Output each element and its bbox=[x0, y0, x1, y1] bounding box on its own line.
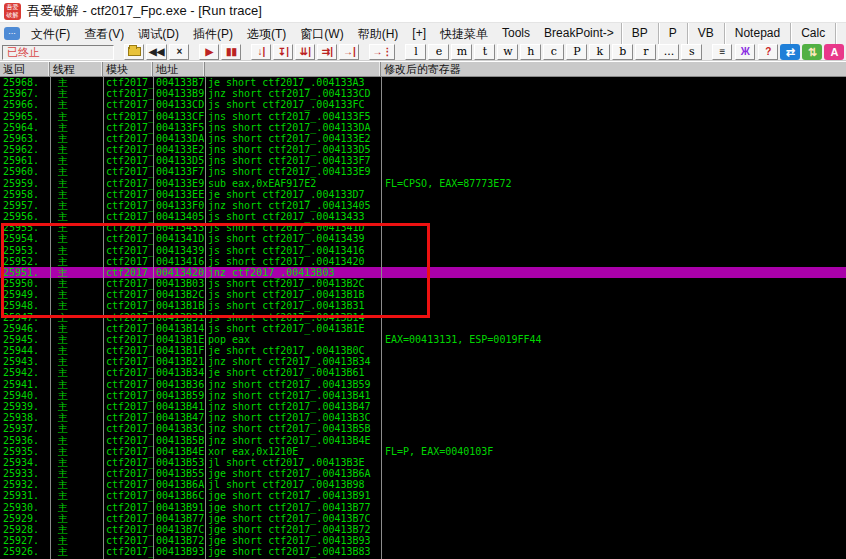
menu-item-3[interactable]: 调试(D) bbox=[131, 23, 186, 44]
trace-row[interactable]: 25961. 主 ctf2017_ 004133D5 jns short ctf… bbox=[0, 155, 846, 166]
log-icon[interactable]: ≡ bbox=[712, 44, 732, 60]
column-header-6[interactable]: 修改后的寄存器 bbox=[381, 62, 796, 76]
trace-row[interactable]: 25930. 主 ctf2017_ 00413B91 jge short ctf… bbox=[0, 502, 846, 513]
column-header-4[interactable]: 地址 bbox=[153, 62, 205, 76]
trace-row[interactable]: 25944. 主 ctf2017_ 00413B1F je short ctf2… bbox=[0, 345, 846, 356]
trace-row[interactable]: 25936. 主 ctf2017_ 00413B5B jnz short ctf… bbox=[0, 435, 846, 446]
animate-into-icon[interactable]: ⇊| bbox=[295, 44, 315, 60]
toolbar-letter-e[interactable]: e bbox=[428, 44, 449, 60]
rewind-icon[interactable]: ◀◀ bbox=[146, 44, 167, 60]
help-icon[interactable]: ? bbox=[758, 44, 778, 60]
column-header-2[interactable]: 线程 bbox=[50, 62, 103, 76]
plugin-icon[interactable]: Ж bbox=[735, 44, 755, 60]
column-header-3[interactable]: 模块 bbox=[103, 62, 153, 76]
toolbar-letter-w[interactable]: w bbox=[497, 44, 518, 60]
trace-row[interactable]: 25963. 主 ctf2017_ 004133DA jns short ctf… bbox=[0, 133, 846, 144]
swap-icon[interactable]: ⇄ bbox=[780, 44, 800, 60]
toolbar-letter-P[interactable]: P bbox=[566, 44, 587, 60]
mdi-child-icon[interactable]: ... bbox=[4, 27, 20, 40]
trace-row[interactable]: 25942. 主 ctf2017_ 00413B34 je short ctf2… bbox=[0, 367, 846, 378]
trace-row[interactable]: 25958. 主 ctf2017_ 004133EE je short ctf2… bbox=[0, 189, 846, 200]
run-icon[interactable]: ▶ bbox=[199, 44, 219, 60]
menu-button-vb[interactable]: VB bbox=[687, 23, 724, 44]
menu-item-7[interactable]: 帮助(H) bbox=[351, 23, 406, 44]
toolbar-letter-r[interactable]: r bbox=[635, 44, 656, 60]
trace-row[interactable]: 25933. 主 ctf2017_ 00413B55 jge short ctf… bbox=[0, 468, 846, 479]
toolbar-letter-h[interactable]: h bbox=[520, 44, 541, 60]
trace-row[interactable]: 25968. 主 ctf2017_ 004133B7 je short ctf2… bbox=[0, 77, 846, 88]
trace-row[interactable]: 25962. 主 ctf2017_ 004133E2 jns short ctf… bbox=[0, 144, 846, 155]
trace-row[interactable]: 25956. 主 ctf2017_ 00413405 js short ctf2… bbox=[0, 211, 846, 222]
trace-row-instruction: jnz short ctf2017_.00413B34 bbox=[208, 356, 371, 367]
toolbar-letter-l[interactable]: l bbox=[405, 44, 426, 60]
trace-row[interactable]: 25939. 主 ctf2017_ 00413B41 jnz short ctf… bbox=[0, 401, 846, 412]
menu-item-9[interactable]: 快捷菜单 bbox=[433, 23, 495, 44]
menu-button-notepad[interactable]: Notepad bbox=[724, 23, 790, 44]
trace-row-number: 25964. bbox=[3, 122, 39, 133]
toolbar-letter-dots[interactable]: ... bbox=[658, 44, 679, 60]
menu-button-bp[interactable]: BP bbox=[621, 23, 658, 44]
trace-row[interactable]: 25959. 主 ctf2017_ 004133E9 sub eax,0xEAF… bbox=[0, 178, 846, 189]
assembler-icon[interactable]: A bbox=[824, 44, 844, 60]
menu-button-p[interactable]: P bbox=[658, 23, 687, 44]
close-trace-icon-glyph: × bbox=[176, 46, 182, 57]
trace-row-number: 25945. bbox=[3, 334, 39, 345]
menu-item-8[interactable]: [+] bbox=[405, 23, 433, 44]
toolbar-letter-s[interactable]: s bbox=[681, 44, 702, 60]
trace-row[interactable]: 25929. 主 ctf2017_ 00413B77 jge short ctf… bbox=[0, 513, 846, 524]
menu-item-6[interactable]: 窗口(W) bbox=[293, 23, 350, 44]
trace-row[interactable]: 25966. 主 ctf2017_ 004133CD js short ctf2… bbox=[0, 99, 846, 110]
toolbar-letter-c[interactable]: c bbox=[543, 44, 564, 60]
animate-over-icon[interactable]: ⇉| bbox=[317, 44, 337, 60]
trace-row[interactable]: 25967. 主 ctf2017_ 004133B9 jnz short ctf… bbox=[0, 88, 846, 99]
trace-row[interactable]: 25945. 主 ctf2017_ 00413B1E pop eax EAX=0… bbox=[0, 334, 846, 345]
run-to-cursor-icon[interactable]: →⋮ bbox=[369, 44, 395, 60]
trace-row[interactable]: 25946. 主 ctf2017_ 00413B14 js short ctf2… bbox=[0, 323, 846, 334]
trace-row[interactable]: 25937. 主 ctf2017_ 00413B3C jnz short ctf… bbox=[0, 423, 846, 434]
trace-row[interactable]: 25938. 主 ctf2017_ 00413B47 jnz short ctf… bbox=[0, 412, 846, 423]
toolbar-letter-t[interactable]: t bbox=[474, 44, 495, 60]
trace-row[interactable]: 25927. 主 ctf2017_ 00413B72 jge short ctf… bbox=[0, 535, 846, 546]
toolbar-letter-b[interactable]: b bbox=[612, 44, 633, 60]
log-icon-glyph: ≡ bbox=[719, 46, 725, 57]
column-header-5[interactable] bbox=[205, 62, 381, 76]
trace-row-thread: 主 bbox=[58, 122, 68, 133]
step-into-icon[interactable]: ↓| bbox=[251, 44, 271, 60]
menu-item-11[interactable]: BreakPoint-> bbox=[537, 23, 621, 44]
trace-row[interactable]: 25931. 主 ctf2017_ 00413B6C jge short ctf… bbox=[0, 490, 846, 501]
trace-row-number: 25946. bbox=[3, 323, 39, 334]
menu-item-4[interactable]: 插件(P) bbox=[186, 23, 240, 44]
trace-row[interactable]: 25943. 主 ctf2017_ 00413B21 jnz short ctf… bbox=[0, 356, 846, 367]
menu-item-5[interactable]: 选项(T) bbox=[240, 23, 293, 44]
trace-row[interactable]: 25935. 主 ctf2017_ 00413B4E xor eax,0x121… bbox=[0, 446, 846, 457]
menu-button-calc[interactable]: Calc bbox=[790, 23, 835, 44]
trace-row[interactable]: 25940. 主 ctf2017_ 00413B59 jnz short ctf… bbox=[0, 390, 846, 401]
trace-row[interactable]: 25960. 主 ctf2017_ 004133F7 jns short ctf… bbox=[0, 166, 846, 177]
trace-row[interactable]: 25934. 主 ctf2017_ 00413B53 jl short ctf2… bbox=[0, 457, 846, 468]
toolbar-letter-k[interactable]: k bbox=[589, 44, 610, 60]
menu-item-10[interactable]: Tools bbox=[495, 23, 537, 44]
open-file-icon[interactable] bbox=[124, 44, 144, 60]
trace-row[interactable]: 25965. 主 ctf2017_ 004133CF jns short ctf… bbox=[0, 111, 846, 122]
trace-row-number: 25944. bbox=[3, 345, 39, 356]
close-trace-icon[interactable]: × bbox=[169, 44, 189, 60]
trace-row[interactable]: 25957. 主 ctf2017_ 004133F0 jnz short ctf… bbox=[0, 200, 846, 211]
menu-item-2[interactable]: 查看(V) bbox=[77, 23, 131, 44]
sync-icon[interactable]: ⇅ bbox=[802, 44, 822, 60]
menu-items: 文件(F)查看(V)调试(D)插件(P)选项(T)窗口(W)帮助(H)[+]快捷… bbox=[24, 23, 621, 44]
column-header-1[interactable]: 返回 bbox=[0, 62, 50, 76]
trace-row[interactable]: 25932. 主 ctf2017_ 00413B6A jl short ctf2… bbox=[0, 479, 846, 490]
toolbar-gap bbox=[191, 44, 197, 60]
pause-icon[interactable]: ▮▮ bbox=[221, 44, 241, 60]
step-over-icon[interactable]: ↧| bbox=[273, 44, 293, 60]
toolbar-letter-m[interactable]: m bbox=[451, 44, 472, 60]
trace-row[interactable]: 25964. 主 ctf2017_ 004133F5 jns short ctf… bbox=[0, 122, 846, 133]
menu-button-folder[interactable]: Folder bbox=[835, 23, 846, 44]
trace-row[interactable]: 25926. 主 ctf2017_ 00413B93 jge short ctf… bbox=[0, 546, 846, 557]
trace-row-address: 00413B47 bbox=[156, 412, 204, 423]
execute-till-return-icon[interactable]: →| bbox=[339, 44, 359, 60]
trace-row-module: ctf2017_ bbox=[106, 435, 154, 446]
menu-item-1[interactable]: 文件(F) bbox=[24, 23, 77, 44]
trace-row[interactable]: 25928. 主 ctf2017_ 00413B7C jge short ctf… bbox=[0, 524, 846, 535]
trace-row[interactable]: 25941. 主 ctf2017_ 00413B36 jnz short ctf… bbox=[0, 379, 846, 390]
